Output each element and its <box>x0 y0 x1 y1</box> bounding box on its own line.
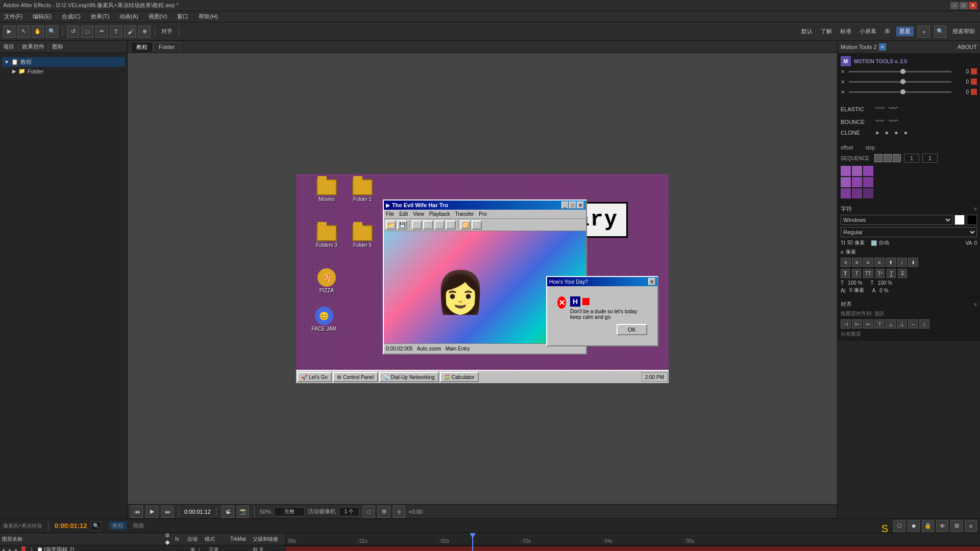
slider-z-end[interactable] <box>971 89 977 95</box>
folder-item[interactable]: ▶ 📁 Folder <box>2 67 125 76</box>
grid-button[interactable]: ⊞ <box>378 506 390 518</box>
tl-add-marker[interactable]: ⬡ <box>893 520 905 532</box>
fmt-bold[interactable]: T <box>841 269 850 278</box>
dialog-close[interactable]: ✕ <box>648 278 655 285</box>
more-button[interactable]: » <box>918 26 930 38</box>
slider-y-end[interactable] <box>971 79 977 85</box>
swatch-8[interactable] <box>852 188 862 198</box>
tl-tab-video[interactable]: 视频 <box>130 521 147 530</box>
snapshot[interactable]: 📸 <box>237 506 249 518</box>
swatch-1[interactable] <box>841 166 851 176</box>
font-style-select[interactable]: Regular <box>841 227 977 237</box>
tool-rect[interactable]: □ <box>81 26 93 38</box>
menu-file[interactable]: 文件(F) <box>2 12 24 21</box>
vt-stop[interactable]: ⏹ <box>446 220 456 230</box>
comp-tab-tutorial[interactable]: 教程 <box>131 42 153 52</box>
tool-rotate[interactable]: ↺ <box>67 26 79 38</box>
swatch-2[interactable] <box>852 166 862 176</box>
align-menu-icon[interactable]: ≡ <box>974 302 977 307</box>
align-top[interactable]: ⬆ <box>886 258 896 267</box>
char-menu-icon[interactable]: ≡ <box>974 206 977 212</box>
swatch-6[interactable] <box>863 177 873 187</box>
track-bar-1[interactable] <box>286 546 980 551</box>
align-right[interactable]: ≡ <box>863 258 873 267</box>
distrib-bottom[interactable]: ⊥ <box>897 319 907 329</box>
channels-button[interactable]: ≡ <box>393 506 405 518</box>
layer-parent-1[interactable]: ⛓无 <box>253 546 283 552</box>
vt-loop[interactable]: 🔁 <box>460 220 471 230</box>
tl-shy[interactable]: 👁 <box>936 520 948 532</box>
layer-mode-1[interactable]: 正常 <box>209 546 232 552</box>
taskbar-start[interactable]: 🚀 Let's Go <box>297 372 332 382</box>
align-justify[interactable]: ≡ <box>874 258 885 267</box>
pt-play[interactable]: ▶ <box>146 506 158 518</box>
vm-edit[interactable]: Edit <box>399 211 408 217</box>
swatch-5[interactable] <box>852 177 862 187</box>
menu-anim[interactable]: 动画(A) <box>117 12 140 21</box>
vt-save[interactable]: 💾 <box>397 220 407 230</box>
fmt-italic[interactable]: T <box>852 269 861 278</box>
swatch-4[interactable] <box>841 177 851 187</box>
menu-window[interactable]: 窗口 <box>175 12 190 21</box>
tl-frame-blending[interactable]: ≡ <box>965 520 977 532</box>
text-color-picker[interactable] <box>954 215 965 225</box>
ok-button[interactable]: OK <box>617 324 647 335</box>
view-options[interactable]: □ <box>362 506 375 518</box>
seq-icon2[interactable] <box>884 154 892 162</box>
pt-prev[interactable]: ⏮ <box>131 506 143 518</box>
layer-audio-1[interactable]: ● <box>8 547 14 551</box>
desktop-icon-folder1[interactable]: Folder 1 <box>347 179 378 202</box>
fmt-super[interactable]: T² <box>875 269 885 278</box>
layer-star-1[interactable]: 単 <box>190 546 199 552</box>
ram-preview[interactable]: 📽 <box>222 506 234 518</box>
close-button[interactable]: ✕ <box>969 2 977 9</box>
vt-play[interactable]: ▶ <box>423 220 433 230</box>
distrib-right[interactable]: ⊢ <box>863 319 873 329</box>
vt-next[interactable]: ⏭ <box>434 220 445 230</box>
slider-z-track[interactable] <box>849 91 951 93</box>
taskbar-calc[interactable]: 🧮 Calculator <box>440 372 479 382</box>
x-button[interactable] <box>582 298 590 305</box>
fmt-strike[interactable]: T <box>898 269 907 278</box>
desktop-icon-movies[interactable]: Movies <box>311 179 342 202</box>
slider-x-end[interactable] <box>971 68 977 74</box>
vm-transfer[interactable]: Transfer <box>455 211 474 217</box>
menu-effect[interactable]: 效果(T) <box>89 12 111 21</box>
taskbar-controlpanel[interactable]: ⚙ Control Panel <box>333 372 378 382</box>
comp-tab-folder[interactable]: Folder <box>153 42 180 51</box>
distrib-center-h[interactable]: ⊢ <box>852 319 862 329</box>
seq-icon1[interactable] <box>874 154 883 162</box>
swatch-7[interactable] <box>841 188 851 198</box>
tool-hand[interactable]: ✋ <box>32 26 44 38</box>
text-color-dark-picker[interactable] <box>967 215 977 225</box>
seq-input2[interactable] <box>922 154 938 163</box>
vm-playback[interactable]: Playback <box>429 211 450 217</box>
distrib-v[interactable]: ↕ <box>919 319 929 329</box>
distrib-h[interactable]: ↔ <box>908 319 918 329</box>
fmt-caps[interactable]: TT <box>863 269 873 278</box>
menu-edit[interactable]: 编辑(E) <box>31 12 54 21</box>
mt-about[interactable]: ABOUT <box>958 44 977 50</box>
layer-row[interactable]: ● ● ● 1 📋 [渐变圆框 2] 単 / 正常 ⛓无 <box>0 545 285 551</box>
menu-help[interactable]: 帮助(H) <box>197 12 219 21</box>
tool-pen[interactable]: ✏ <box>95 26 108 38</box>
tl-search-icon[interactable]: 🔍 <box>91 521 101 531</box>
menu-view[interactable]: 视图(V) <box>146 12 169 21</box>
vm-pro[interactable]: Pro <box>479 211 487 217</box>
desktop-icon-facejam[interactable]: 😊 FACE JAM <box>309 307 339 332</box>
project-tab[interactable]: 项目 <box>3 43 14 51</box>
video-minimize[interactable]: _ <box>561 202 569 209</box>
tl-lock[interactable]: 🔒 <box>922 520 934 532</box>
maximize-button[interactable]: □ <box>960 2 968 9</box>
tool-zoom[interactable]: 🔍 <box>46 26 58 38</box>
how-dialog[interactable]: How's Your Day? ✕ ✕ H <box>546 276 658 346</box>
tl-solo[interactable]: ◆ <box>908 520 920 532</box>
tl-collapse[interactable]: ⊞ <box>950 520 963 532</box>
video-maximize[interactable]: □ <box>569 202 576 209</box>
vt-prev[interactable]: ⏮ <box>412 220 422 230</box>
desktop-icon-folders3[interactable]: Folders 3 <box>311 225 342 248</box>
menu-comp[interactable]: 合成(C) <box>60 12 83 21</box>
vm-view[interactable]: View <box>413 211 424 217</box>
taskbar-dialup[interactable]: 📡 Dial-Up Networking <box>379 372 439 382</box>
video-close[interactable]: ✕ <box>577 202 584 209</box>
